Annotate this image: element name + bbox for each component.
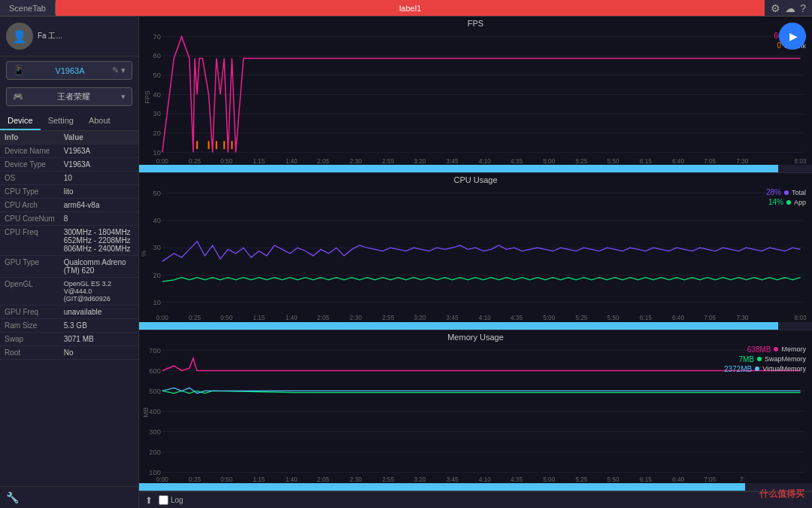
svg-text:0:50: 0:50 — [220, 476, 232, 483]
root-val: No — [59, 346, 138, 360]
svg-text:10: 10 — [153, 148, 161, 156]
svg-text:5:50: 5:50 — [607, 157, 620, 165]
cloud-icon[interactable]: ☁ — [785, 2, 795, 14]
cpu-scrollbar[interactable] — [139, 322, 812, 330]
virtual-value: 2372MB — [724, 365, 752, 373]
play-button[interactable] — [779, 23, 806, 50]
svg-text:500: 500 — [149, 387, 160, 394]
svg-text:7:: 7: — [740, 476, 745, 483]
watermark: 什么值得买 — [759, 488, 804, 500]
svg-text:3:20: 3:20 — [414, 476, 426, 483]
svg-text:40: 40 — [153, 216, 161, 224]
fps-scrollbar-thumb[interactable] — [139, 165, 778, 172]
svg-text:2:05: 2:05 — [317, 476, 329, 483]
svg-text:6:40: 6:40 — [672, 157, 684, 165]
app-icon: 🎮 — [13, 92, 23, 102]
svg-text:1:15: 1:15 — [253, 476, 265, 483]
scene-tab[interactable]: SceneTab — [0, 2, 56, 14]
svg-text:1:40: 1:40 — [286, 315, 298, 322]
table-row: Device Type V1963A — [0, 158, 138, 172]
log-label: Log — [171, 496, 183, 504]
svg-text:0:00: 0:00 — [156, 157, 168, 165]
svg-text:50: 50 — [153, 189, 161, 197]
memory-chart-title: Memory Usage — [139, 330, 812, 342]
svg-text:200: 200 — [149, 448, 160, 455]
svg-text:8:03: 8:03 — [795, 157, 807, 165]
table-row: CPU Type lito — [0, 185, 138, 199]
label1: label1 — [56, 0, 765, 16]
svg-text:4:10: 4:10 — [479, 476, 491, 483]
svg-text:600: 600 — [149, 367, 160, 374]
cpu-chart-title: CPU Usage — [139, 173, 812, 185]
gpu-freq-key: GPU Freq — [0, 306, 59, 319]
virtual-label: VirtualMemory — [762, 365, 806, 373]
app-name: 王者荣耀 — [57, 91, 90, 102]
swap-value: 7MB — [738, 355, 754, 364]
mem-legend-swap: 7MB SwapMemory — [724, 355, 806, 364]
cpu-arch-val: arm64-v8a — [59, 199, 138, 212]
sidebar: 👤 Fa 工... 📱 V1963A ✎ ▾ 🎮 王者荣耀 ▾ Device S… — [0, 17, 139, 508]
cpu-scrollbar-thumb[interactable] — [139, 322, 778, 330]
svg-text:10: 10 — [153, 298, 161, 306]
opengl-val: OpenGL ES 3.2 V@444.0 (GIT@9d60926 — [59, 278, 138, 306]
cpu-freq-key: CPU Freq — [0, 226, 59, 256]
cpu-app-value: 14% — [768, 198, 783, 206]
cpu-chart-body: % 50 40 30 20 10 — [139, 185, 812, 321]
memory-scrollbar-thumb[interactable] — [139, 483, 745, 491]
svg-text:6:15: 6:15 — [640, 476, 652, 483]
svg-text:4:35: 4:35 — [511, 476, 523, 483]
svg-text:5:50: 5:50 — [607, 315, 620, 322]
main-layout: 👤 Fa 工... 📱 V1963A ✎ ▾ 🎮 王者荣耀 ▾ Device S… — [0, 17, 812, 508]
tab-about[interactable]: About — [81, 112, 118, 130]
memory-scrollbar[interactable] — [139, 483, 812, 491]
device-name-val: V1963A — [59, 144, 138, 158]
device-type-val: V1963A — [59, 158, 138, 172]
device-name-key: Device Name — [0, 144, 59, 158]
os-val: 10 — [59, 172, 138, 185]
cpu-type-key: CPU Type — [0, 185, 59, 199]
device-type-key: Device Type — [0, 158, 59, 172]
table-row: Ram Size 5.3 GB — [0, 319, 138, 333]
mem-legend-memory: 638MB Memory — [724, 345, 806, 354]
svg-text:0:50: 0:50 — [220, 157, 232, 165]
svg-text:0:25: 0:25 — [189, 476, 201, 483]
cpu-total-dot — [784, 190, 789, 195]
col-value: Value — [59, 131, 138, 144]
svg-text:20: 20 — [153, 129, 161, 137]
cpu-legend-total: 28% Total — [766, 188, 806, 196]
svg-text:5:50: 5:50 — [607, 476, 620, 483]
expand-icon[interactable]: ⬆ — [145, 495, 153, 506]
svg-text:7:05: 7:05 — [704, 157, 716, 165]
svg-text:4:35: 4:35 — [511, 315, 523, 322]
app-dropdown-arrow: ▾ — [121, 92, 126, 102]
sidebar-bottom: 🔧 — [0, 486, 138, 508]
svg-text:3:45: 3:45 — [447, 476, 459, 483]
memory-dot — [774, 347, 778, 351]
cpu-freq-val: 300MHz - 1804MHz 652MHz - 2208MHz 806MHz… — [59, 226, 138, 256]
tab-setting[interactable]: Setting — [41, 112, 81, 130]
svg-text:100: 100 — [149, 469, 160, 476]
bottom-bar: ⬆ Log — [139, 491, 812, 508]
ram-key: Ram Size — [0, 319, 59, 333]
wrench-icon[interactable]: 🔧 — [6, 491, 19, 503]
table-row: CPU Freq 300MHz - 1804MHz 652MHz - 2208M… — [0, 226, 138, 256]
memory-legend: 638MB Memory 7MB SwapMemory 2372MB Virtu… — [724, 345, 806, 375]
root-key: Root — [0, 346, 59, 360]
fps-scrollbar[interactable] — [139, 165, 812, 172]
cpu-total-label: Total — [792, 189, 806, 196]
device-name: V1963A — [55, 66, 84, 75]
svg-text:4:10: 4:10 — [479, 157, 491, 165]
svg-text:0:25: 0:25 — [189, 157, 201, 165]
info-table: Info Value Device Name V1963A Device Typ… — [0, 131, 138, 486]
device-selector[interactable]: 📱 V1963A ✎ ▾ — [6, 61, 132, 80]
svg-text:70: 70 — [153, 32, 161, 41]
help-icon[interactable]: ? — [800, 2, 806, 14]
memory-chart-body: MB 700 600 500 400 300 200 100 — [139, 342, 812, 483]
app-selector[interactable]: 🎮 王者荣耀 ▾ — [6, 87, 132, 106]
settings-icon[interactable]: ⚙ — [771, 2, 780, 14]
log-checkbox-input[interactable] — [159, 495, 168, 505]
tab-device[interactable]: Device — [0, 112, 41, 130]
log-checkbox[interactable]: Log — [159, 495, 183, 505]
svg-text:5:25: 5:25 — [575, 157, 587, 165]
user-name: Fa 工... — [38, 31, 62, 41]
